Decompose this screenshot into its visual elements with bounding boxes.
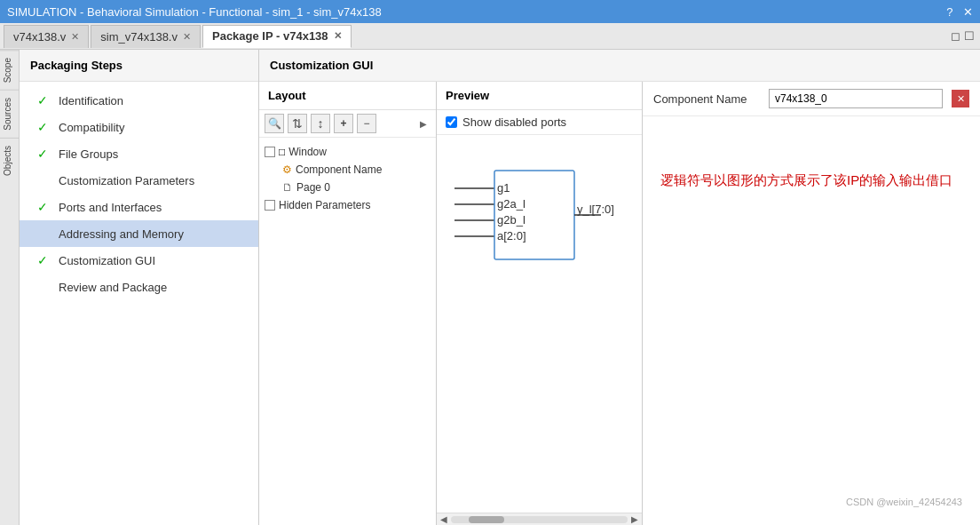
component-symbol-svg: g1 g2a_l g2b_l a[2:0] y_l[7:0] xyxy=(446,153,623,295)
title-bar: SIMULATION - Behavioral Simulation - Fun… xyxy=(0,0,980,23)
collapse-btn[interactable]: ▶ xyxy=(416,116,431,131)
step-customization-gui[interactable]: ✓ Customization GUI xyxy=(20,247,258,274)
step-label-review-package: Review and Package xyxy=(59,281,167,294)
tab-close-icon[interactable]: ✕ xyxy=(334,30,342,42)
info-header-row: Component Name ✕ xyxy=(643,82,980,116)
sort-tool-btn[interactable]: ⇅ xyxy=(288,114,307,133)
step-compatibility[interactable]: ✓ Compatibility xyxy=(20,114,258,140)
tab-close-icon[interactable]: ✕ xyxy=(71,31,79,43)
updown-tool-btn[interactable]: ↕ xyxy=(311,114,330,133)
chinese-annotation: 逻辑符号以图形的方式展示了该IP的输入输出借口 xyxy=(660,170,962,191)
scroll-left-icon[interactable]: ◀ xyxy=(440,514,447,524)
content-area: Customization GUI Layout 🔍 ⇅ ↕ + − ▶ xyxy=(259,50,980,525)
main-container: Scope Sources Objects Packaging Steps ✓ … xyxy=(0,50,980,525)
preview-toolbar: Show disabled ports xyxy=(437,110,642,135)
preview-header: Preview xyxy=(437,82,642,110)
step-addressing-memory[interactable]: ✓ Addressing and Memory xyxy=(20,220,258,247)
step-identification[interactable]: ✓ Identification xyxy=(20,87,258,114)
objects-label[interactable]: Objects xyxy=(0,138,19,183)
step-label-customization-parameters: Customization Parameters xyxy=(59,174,194,187)
tab-bar: v74x138.v ✕ sim_v74x138.v ✕ Package IP -… xyxy=(0,23,980,50)
step-check-addressing-memory: ✓ xyxy=(37,227,51,241)
tab-sim-v74x138[interactable]: sim_v74x138.v ✕ xyxy=(91,25,201,48)
tab-label: v74x138.v xyxy=(13,30,66,44)
scroll-right-icon[interactable]: ▶ xyxy=(631,514,638,524)
sources-label[interactable]: Sources xyxy=(0,90,19,138)
steps-list: ✓ Identification ✓ Compatibility ✓ File … xyxy=(20,82,258,306)
step-ports-interfaces[interactable]: ✓ Ports and Interfaces xyxy=(20,194,258,220)
window-icon: □ xyxy=(279,146,285,158)
watermark: CSDN @weixin_42454243 xyxy=(846,497,962,507)
page0-label: Page 0 xyxy=(296,181,330,194)
window-label: Window xyxy=(288,146,327,158)
step-label-identification: Identification xyxy=(59,94,123,107)
tab-actions: ◻ ☐ xyxy=(951,29,975,43)
packaging-steps-panel: Packaging Steps ✓ Identification ✓ Compa… xyxy=(20,50,259,525)
tree-page0[interactable]: 🗋 Page 0 xyxy=(281,179,432,196)
add-tool-btn[interactable]: + xyxy=(334,114,353,133)
layout-tree: □ Window ⚙ Component Name 🗋 Page 0 xyxy=(259,138,436,525)
restore-btn[interactable]: ◻ xyxy=(951,29,960,43)
tab-close-icon[interactable]: ✕ xyxy=(183,31,191,43)
clear-btn[interactable]: ✕ xyxy=(952,90,969,107)
tree-hidden-parameters[interactable]: Hidden Parameters xyxy=(263,196,432,214)
window-checkbox[interactable] xyxy=(265,147,275,157)
layout-header: Layout xyxy=(259,82,436,110)
step-check-identification: ✓ xyxy=(37,93,51,107)
hidden-params-checkbox[interactable] xyxy=(265,200,275,211)
tab-label: Package IP - v74x138 xyxy=(212,29,328,43)
step-check-ports-interfaces: ✓ xyxy=(37,200,51,214)
show-disabled-ports-label: Show disabled ports xyxy=(462,115,566,129)
info-content: 逻辑符号以图形的方式展示了该IP的输入输出借口 CSDN @weixin_424… xyxy=(643,116,980,525)
component-name-label: Component Name xyxy=(653,92,760,106)
scroll-thumb[interactable] xyxy=(469,516,504,523)
tree-window[interactable]: □ Window xyxy=(263,143,432,161)
step-check-customization-parameters: ✓ xyxy=(37,173,51,187)
step-file-groups[interactable]: ✓ File Groups xyxy=(20,140,258,167)
component-name-tree-label: Component Name xyxy=(296,163,382,176)
layout-toolbar: 🔍 ⇅ ↕ + − ▶ xyxy=(259,110,436,138)
svg-text:a[2:0]: a[2:0] xyxy=(497,229,526,243)
info-panel: Component Name ✕ 逻辑符号以图形的方式展示了该IP的输入输出借口… xyxy=(643,82,980,525)
step-label-compatibility: Compatibility xyxy=(59,121,124,134)
page0-icon: 🗋 xyxy=(282,181,293,194)
preview-canvas: g1 g2a_l g2b_l a[2:0] y_l[7:0] xyxy=(437,135,642,513)
svg-text:g2a_l: g2a_l xyxy=(497,197,526,211)
svg-text:g1: g1 xyxy=(497,181,510,195)
packaging-steps-header: Packaging Steps xyxy=(20,50,258,82)
search-tool-btn[interactable]: 🔍 xyxy=(265,114,284,133)
step-check-customization-gui: ✓ xyxy=(37,253,51,267)
scroll-track xyxy=(451,516,628,523)
component-name-icon: ⚙ xyxy=(282,163,292,176)
preview-scrollbar: ◀ ▶ xyxy=(437,513,642,525)
tab-label: sim_v74x138.v xyxy=(100,30,178,44)
maximize-btn[interactable]: ☐ xyxy=(964,29,975,43)
layout-panel: Layout 🔍 ⇅ ↕ + − ▶ □ Window xyxy=(259,82,437,525)
scope-label[interactable]: Scope xyxy=(0,50,19,90)
hidden-params-label: Hidden Parameters xyxy=(279,199,370,211)
help-btn[interactable]: ? xyxy=(946,5,952,19)
show-disabled-ports-checkbox[interactable] xyxy=(446,116,457,128)
step-label-addressing-memory: Addressing and Memory xyxy=(59,227,184,241)
tree-component-name[interactable]: ⚙ Component Name xyxy=(281,161,432,179)
remove-tool-btn[interactable]: − xyxy=(357,114,376,133)
step-label-ports-interfaces: Ports and Interfaces xyxy=(59,201,162,214)
component-name-input[interactable] xyxy=(769,89,943,108)
step-check-file-groups: ✓ xyxy=(37,147,51,161)
tab-package-ip[interactable]: Package IP - v74x138 ✕ xyxy=(202,25,352,48)
step-check-review-package: ✓ xyxy=(37,280,51,294)
svg-text:g2b_l: g2b_l xyxy=(497,213,526,227)
close-btn[interactable]: ✕ xyxy=(963,5,973,19)
step-label-customization-gui: Customization GUI xyxy=(59,254,155,267)
title-controls[interactable]: ? ✕ xyxy=(946,5,973,19)
step-customization-parameters[interactable]: ✓ Customization Parameters xyxy=(20,167,258,194)
split-area: Layout 🔍 ⇅ ↕ + − ▶ □ Window xyxy=(259,82,980,525)
tab-v74x138[interactable]: v74x138.v ✕ xyxy=(4,25,89,48)
step-review-package[interactable]: ✓ Review and Package xyxy=(20,274,258,300)
step-label-file-groups: File Groups xyxy=(59,147,118,161)
preview-panel: Preview Show disabled ports xyxy=(437,82,643,525)
side-labels: Scope Sources Objects xyxy=(0,50,20,525)
customization-gui-header: Customization GUI xyxy=(259,50,980,82)
svg-text:y_l[7:0]: y_l[7:0] xyxy=(577,203,614,216)
step-check-compatibility: ✓ xyxy=(37,120,51,134)
